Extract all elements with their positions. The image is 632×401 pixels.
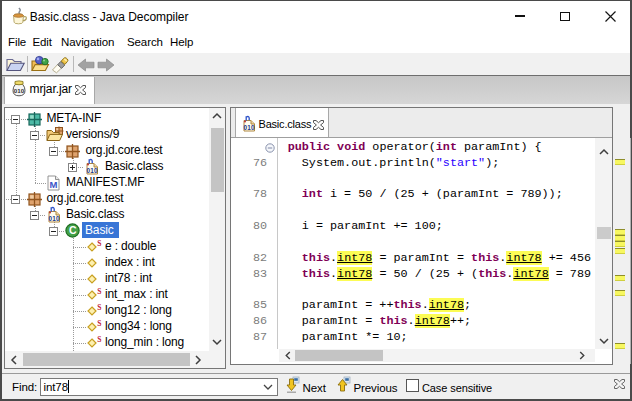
svg-text:S: S [97, 287, 101, 296]
svg-text:010: 010 [14, 87, 25, 94]
svg-text:010: 010 [243, 124, 255, 131]
svg-text:S: S [97, 335, 101, 344]
svg-text:010: 010 [86, 167, 98, 174]
svg-text:S: S [97, 319, 101, 328]
svg-text:S: S [97, 239, 101, 248]
svg-text:C: C [69, 224, 77, 236]
svg-text:S: S [97, 303, 101, 312]
svg-text:010: 010 [48, 215, 60, 222]
svg-text:M: M [50, 179, 58, 190]
